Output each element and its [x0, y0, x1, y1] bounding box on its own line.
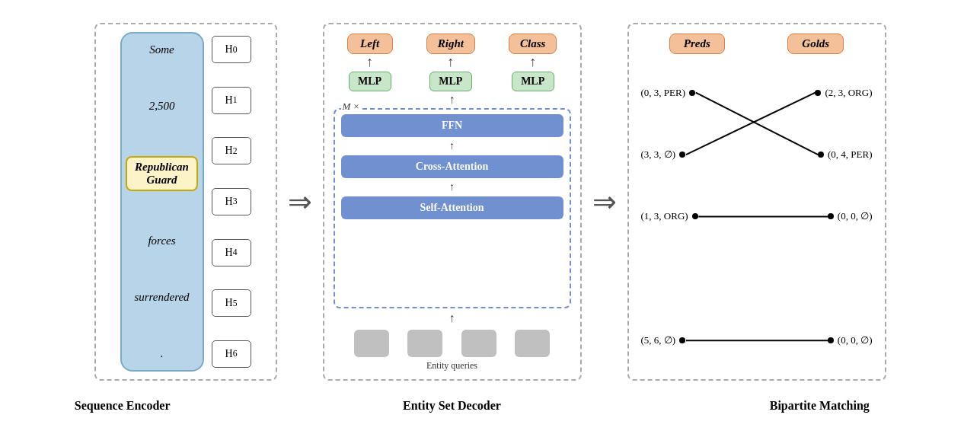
bip-left-0: (0, 3, PER) — [641, 87, 697, 99]
h1-box: H1 — [212, 87, 251, 114]
bip-right-1: (0, 4, PER) — [816, 148, 873, 161]
h6-box: H6 — [212, 340, 251, 368]
output-class: Class — [509, 34, 557, 54]
bip-left-2: (1, 3, ORG) — [641, 210, 700, 222]
bipartite-label: Bipartite Matching — [690, 399, 949, 413]
h4-box: H4 — [212, 239, 251, 266]
h3-box: H3 — [212, 188, 251, 215]
encoder-words: Some 2,500 RepublicanGuard forces surren… — [126, 40, 198, 364]
word-forces: forces — [148, 235, 175, 247]
arrow-decoder-to-bipartite: ⇒ — [582, 187, 627, 216]
entity-decoder-label: Entity Set Decoder — [322, 399, 581, 413]
word-some: Some — [149, 43, 174, 56]
bip-right-2: (0, 0, ∅) — [826, 210, 873, 222]
bipartite-left-col: (0, 3, PER) (3, 3, ∅) (1, 3, ORG) (5, 6,… — [638, 62, 757, 372]
encoder-blue-box: Some 2,500 RepublicanGuard forces surren… — [120, 32, 204, 372]
entity-queries-label: Entity queries — [426, 360, 477, 372]
arrow-icon: ⇒ — [288, 187, 312, 216]
m-times-label: M × — [341, 101, 362, 113]
entity-queries-row — [345, 330, 559, 357]
query-box-4 — [515, 330, 550, 357]
bip-right-0: (2, 3, ORG) — [813, 87, 872, 99]
arrow-icon-2: ⇒ — [592, 187, 617, 216]
bipartite-content: (0, 3, PER) (3, 3, ∅) (1, 3, ORG) (5, 6,… — [638, 62, 876, 372]
entity-decoder-box: Left ↑ MLP Right ↑ MLP Class ↑ MLP ↑ M ×… — [323, 23, 582, 381]
arrow-up-right: ↑ — [447, 54, 454, 70]
bip-left-4: (5, 6, ∅) — [641, 334, 688, 346]
sequence-encoder-box: Some 2,500 RepublicanGuard forces surren… — [94, 23, 277, 381]
arrow-encoder-to-decoder: ⇒ — [277, 187, 323, 216]
output-left: Left — [347, 34, 393, 54]
query-box-2 — [407, 330, 442, 357]
cross-attention-layer: Cross-Attention — [341, 155, 563, 178]
query-box-1 — [354, 330, 389, 357]
h5-box: H5 — [212, 289, 251, 317]
word-surrendered: surrendered — [134, 291, 189, 304]
preds-label: Preds — [669, 34, 725, 54]
h0-box: H0 — [212, 36, 251, 63]
bip-left-1: (3, 3, ∅) — [641, 148, 688, 161]
mlp-class: MLP — [512, 72, 554, 91]
query-box-3 — [461, 330, 496, 357]
bipartite-header: Preds Golds — [638, 34, 876, 54]
mlp-right: MLP — [429, 72, 472, 91]
word-republican-guard: RepublicanGuard — [126, 156, 198, 191]
word-2500: 2,500 — [149, 100, 175, 113]
seq-encoder-label: Sequence Encoder — [31, 399, 214, 413]
arrow-up-class: ↑ — [529, 54, 536, 70]
output-right: Right — [426, 34, 475, 54]
bipartite-matching-box: Preds Golds (0, 3, PER) (3, 3, ∅) (1, 3,… — [627, 23, 886, 381]
self-attention-layer: Self-Attention — [341, 196, 563, 219]
bip-right-4: (0, 0, ∅) — [826, 334, 873, 346]
ffn-layer: FFN — [341, 114, 563, 137]
word-period: . — [161, 347, 164, 360]
encoder-h-boxes: H0 H1 H2 H3 H4 H5 H6 — [212, 32, 251, 372]
arrow-up-left: ↑ — [366, 54, 373, 70]
mlp-left: MLP — [349, 72, 391, 91]
h2-box: H2 — [212, 137, 251, 164]
m-times-box: M × FFN ↑ Cross-Attention ↑ Self-Attenti… — [334, 108, 571, 308]
bipartite-right-col: (2, 3, ORG) (0, 4, PER) (0, 0, ∅) (0, 0,… — [757, 62, 876, 372]
section-labels-row: Sequence Encoder Entity Set Decoder Bipa… — [0, 396, 980, 413]
golds-label: Golds — [787, 34, 844, 54]
